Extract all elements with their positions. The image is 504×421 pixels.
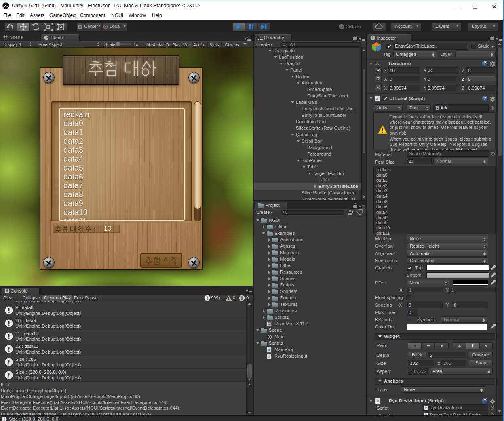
svg-text:#: # [268, 355, 270, 358]
svg-text:a: a [437, 107, 438, 110]
svg-text:#: # [377, 400, 379, 403]
svg-text:#: # [425, 406, 427, 409]
svg-text:#: # [268, 349, 270, 352]
svg-text:#: # [376, 97, 378, 101]
